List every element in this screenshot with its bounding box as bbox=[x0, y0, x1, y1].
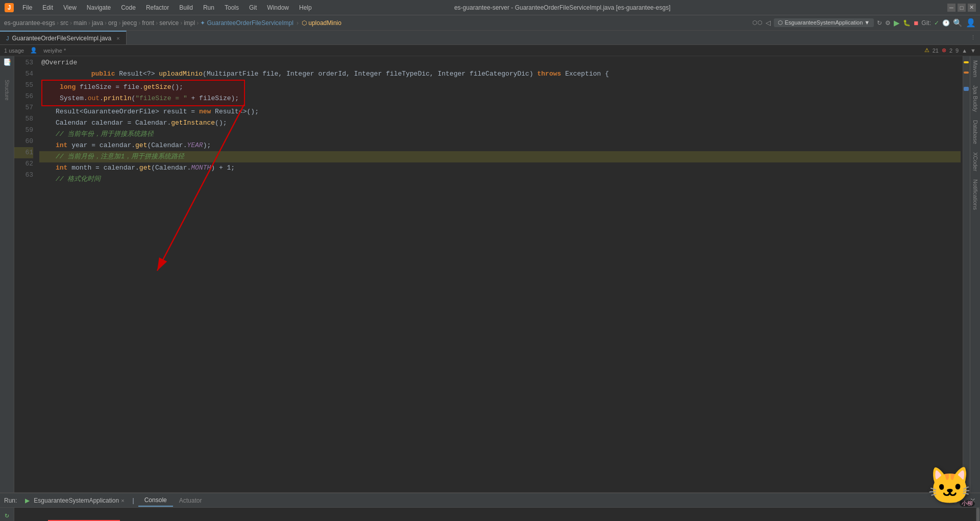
jpa-panel-label[interactable]: Jpa Buddy bbox=[970, 81, 980, 116]
menu-view[interactable]: View bbox=[59, 3, 81, 12]
menu-help[interactable]: Help bbox=[295, 3, 316, 12]
bc-service[interactable]: service bbox=[159, 19, 179, 27]
menu-bar: File Edit View Navigate Code Refactor Bu… bbox=[18, 3, 316, 12]
editor-tabs: J GuaranteeOrderFileServiceImpl.java × ⋮ bbox=[0, 31, 980, 45]
code-line-60: int year = calendar.get(Calendar.YEAR); bbox=[39, 140, 961, 151]
run-controls: ↻ ✎ ■ ▲ ▼ 📷 ⤢ ☰ 🖨 🗑 bbox=[0, 508, 14, 521]
search-icon[interactable]: 🔍 bbox=[953, 18, 963, 28]
stop-icon[interactable]: ■ bbox=[914, 18, 918, 27]
code-line-63: // 格式化时间 bbox=[39, 174, 961, 185]
warning-icon: ⚠ bbox=[924, 47, 929, 54]
structure-icon[interactable]: Structure bbox=[4, 80, 10, 101]
run-app-name: EsguaranteeSystemApplication bbox=[34, 497, 119, 504]
menu-edit[interactable]: Edit bbox=[38, 3, 57, 12]
run-config-selector[interactable]: ⬡ EsguaranteeSystemApplication ▼ bbox=[774, 18, 874, 27]
menu-run[interactable]: Run bbox=[199, 3, 218, 12]
close-button[interactable]: ✕ bbox=[968, 4, 976, 12]
code-line-54: public Result<?> uploadMinio(MultipartFi… bbox=[39, 68, 961, 80]
breadcrumb-bar: es-guarantee-esgs › src › main › java › … bbox=[0, 15, 980, 31]
code-line-57: Result<GuaranteeOrderFile> result = new … bbox=[39, 106, 961, 117]
back-btn[interactable]: ◁ bbox=[766, 19, 771, 27]
run-panel: Run: ▶ EsguaranteeSystemApplication × | … bbox=[0, 492, 980, 521]
code-line-61: // 当前月份，注意加1，用于拼接系统路径 bbox=[39, 151, 961, 162]
run-label: Run: bbox=[4, 497, 17, 504]
menu-build[interactable]: Build bbox=[175, 3, 197, 12]
expand-icon[interactable]: ▲ bbox=[962, 48, 967, 54]
cat-mascot: 🐱 小柳 bbox=[919, 445, 980, 507]
bc-src[interactable]: src bbox=[60, 19, 68, 27]
console-scrollbar[interactable] bbox=[976, 508, 980, 521]
code-line-58: Calendar calendar = Calendar.getInstance… bbox=[39, 117, 961, 129]
right-panels: Maven Jpa Buddy Database XCoder Notifica… bbox=[970, 56, 980, 492]
database-panel-label[interactable]: Database bbox=[970, 116, 980, 148]
refresh-icon[interactable]: ↻ bbox=[877, 19, 882, 27]
menu-git[interactable]: Git bbox=[245, 3, 261, 12]
bc-java[interactable]: java bbox=[92, 19, 103, 27]
tab-settings-icon[interactable]: ⋮ bbox=[970, 34, 976, 41]
code-area[interactable]: @Override public Result<?> uploadMinio(M… bbox=[37, 56, 963, 492]
menu-tools[interactable]: Tools bbox=[220, 3, 243, 12]
update-icon[interactable]: 👤 bbox=[966, 18, 976, 28]
tab-actuator[interactable]: Actuator bbox=[173, 495, 208, 506]
editor-region: 📑 Structure 53 54 55 56 57 58 bbox=[0, 56, 980, 492]
left-gutter: 📑 Structure bbox=[0, 56, 14, 492]
window-controls: ─ □ ✕ bbox=[947, 4, 976, 12]
maximize-button[interactable]: □ bbox=[958, 4, 966, 12]
debug-icon[interactable]: 🐛 bbox=[903, 19, 911, 27]
console-line-filesize: fileSize = 2270524 bbox=[18, 510, 972, 521]
bc-class[interactable]: ✦ GuaranteeOrderFileServiceImpl bbox=[200, 19, 293, 27]
bc-main[interactable]: main bbox=[74, 19, 87, 27]
collapse-icon[interactable]: ▼ bbox=[970, 48, 976, 54]
titlebar: J File Edit View Navigate Code Refactor … bbox=[0, 0, 980, 15]
tab-console[interactable]: Console bbox=[138, 494, 173, 507]
run-icon[interactable]: ▶ bbox=[894, 18, 900, 28]
menu-refactor[interactable]: Refactor bbox=[142, 3, 173, 12]
bookmark-icon[interactable]: 📑 bbox=[3, 58, 11, 66]
bc-front[interactable]: front bbox=[142, 19, 154, 27]
bc-project[interactable]: es-guarantee-esgs bbox=[4, 19, 55, 27]
author: weiyihe * bbox=[43, 48, 66, 54]
scrollbar-thumb[interactable] bbox=[976, 508, 979, 521]
tab-guarantee-service[interactable]: J GuaranteeOrderFileServiceImpl.java × bbox=[0, 31, 127, 44]
code-line-55: long fileSize = file.getSize(); bbox=[45, 82, 241, 93]
code-line-56: System.out.println("fileSize = " + fileS… bbox=[45, 93, 241, 104]
bc-jeecg[interactable]: jeecg bbox=[122, 19, 137, 27]
menu-navigate[interactable]: Navigate bbox=[83, 3, 115, 12]
bc-org[interactable]: org bbox=[108, 19, 117, 27]
menu-code[interactable]: Code bbox=[117, 3, 140, 12]
bc-impl[interactable]: impl bbox=[184, 19, 195, 27]
tab-close[interactable]: × bbox=[116, 35, 119, 41]
toolbar-right: ⬡⬡ ◁ ⬡ EsguaranteeSystemApplication ▼ ↻ … bbox=[752, 18, 976, 28]
git-check[interactable]: ✓ bbox=[934, 19, 939, 27]
console-output[interactable]: fileSize = 2270524 Creating a new SqlSes… bbox=[14, 508, 976, 521]
red-box-block: long fileSize = file.getSize(); System.o… bbox=[41, 80, 961, 106]
tab-filename: GuaranteeOrderFileServiceImpl.java bbox=[12, 35, 112, 42]
warning-count: 21 bbox=[933, 48, 939, 54]
line-numbers: 53 54 55 56 57 58 59 60 61 62 63 bbox=[14, 56, 37, 492]
xcoder-panel-label[interactable]: XCoder bbox=[970, 148, 980, 175]
menu-file[interactable]: File bbox=[18, 3, 36, 12]
build-icon[interactable]: ⚙ bbox=[885, 19, 891, 27]
clock-icon[interactable]: 🕐 bbox=[942, 19, 950, 27]
run-app-icon: ▶ bbox=[25, 497, 30, 504]
right-gutter bbox=[963, 56, 970, 492]
maven-panel-label[interactable]: Maven bbox=[970, 56, 980, 81]
code-line-62: int month = calendar.get(Calendar.MONTH)… bbox=[39, 162, 961, 174]
notifications-panel-label[interactable]: Notifications bbox=[970, 175, 980, 214]
app-icon: J bbox=[4, 3, 14, 13]
window-title: es-guarantee-server - GuaranteeOrderFile… bbox=[454, 4, 671, 11]
bc-method[interactable]: ⬡ uploadMinio bbox=[302, 19, 341, 27]
menu-window[interactable]: Window bbox=[263, 3, 293, 12]
usage-count: 1 usage bbox=[4, 48, 24, 54]
rerun-button[interactable]: ↻ bbox=[2, 510, 12, 520]
svg-text:J: J bbox=[7, 5, 11, 12]
run-tab-close-icon[interactable]: × bbox=[121, 498, 124, 504]
run-panel-header: Run: ▶ EsguaranteeSystemApplication × | … bbox=[0, 493, 980, 508]
code-line-59: // 当前年份，用于拼接系统路径 bbox=[39, 129, 961, 140]
hint-count: 9 bbox=[955, 48, 959, 54]
code-editor[interactable]: 53 54 55 56 57 58 59 60 61 62 63 @Overri… bbox=[14, 56, 963, 492]
git-icon[interactable]: Git: bbox=[921, 19, 931, 27]
error-count: 2 bbox=[949, 48, 952, 54]
usage-bar: 1 usage 👤 weiyihe * ⚠ 21 ⊗ 2 9 ▲ ▼ bbox=[0, 45, 980, 56]
minimize-button[interactable]: ─ bbox=[947, 4, 955, 12]
